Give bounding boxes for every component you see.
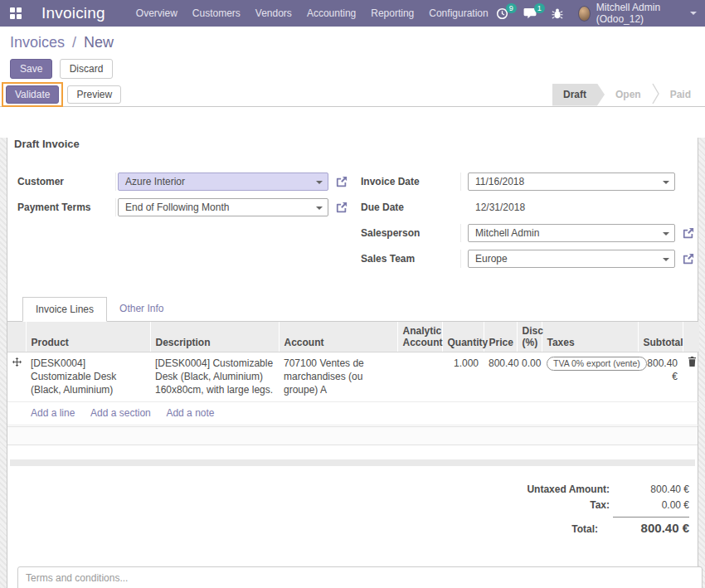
cell-quantity[interactable]: 1.000	[442, 352, 484, 402]
nav-item-customers[interactable]: Customers	[185, 0, 248, 27]
invoice-date-field-row: Invoice Date 11/16/2018	[354, 173, 698, 191]
cell-analytic-account[interactable]	[397, 352, 442, 402]
add-a-section-link[interactable]: Add a section	[90, 407, 151, 419]
nav-item-overview[interactable]: Overview	[129, 0, 185, 27]
invoice-date-input[interactable]: 11/16/2018	[468, 173, 675, 191]
breadcrumb-current: New	[84, 34, 114, 51]
add-links-row: Add a line Add a section Add a note	[7, 401, 699, 425]
message-count-badge: 1	[534, 3, 545, 13]
untaxed-amount-value: 800.40 €	[625, 484, 689, 495]
nav-item-vendors[interactable]: Vendors	[248, 0, 299, 27]
invoice-date-label: Invoice Date	[354, 176, 460, 187]
customer-field-row: Customer Azure Interior	[11, 173, 354, 191]
delete-line-trash-icon[interactable]	[683, 352, 699, 402]
total-label: Total:	[571, 523, 598, 535]
form-group-right: Invoice Date 11/16/2018 Due Date 12/31/2…	[354, 173, 698, 275]
payment-terms-value: End of Following Month	[125, 202, 229, 213]
apps-grid-icon[interactable]	[10, 7, 22, 19]
breadcrumb: Invoices / New	[10, 34, 705, 51]
nav-menus: Overview Customers Vendors Accounting Re…	[129, 0, 496, 27]
cell-product[interactable]: [DESK0004] Customizable Desk (Black, Alu…	[26, 352, 150, 402]
due-date-label: Due Date	[354, 202, 460, 213]
stage-chevron-icon	[652, 83, 659, 107]
customer-label: Customer	[11, 176, 115, 187]
sales-team-external-link-icon[interactable]	[683, 253, 694, 265]
invoice-form-sheet: Draft Invoice Customer Azure Interior	[7, 138, 698, 588]
nav-item-reporting[interactable]: Reporting	[363, 0, 421, 27]
validate-button[interactable]: Validate	[6, 85, 59, 104]
price-column-header: Price	[484, 322, 517, 352]
payment-terms-dropdown-caret-icon[interactable]	[316, 207, 323, 210]
top-navbar: Invoicing Overview Customers Vendors Acc…	[0, 0, 705, 27]
discard-button[interactable]: Discard	[60, 59, 114, 79]
description-column-header: Description	[150, 322, 279, 352]
salesperson-external-link-icon[interactable]	[683, 227, 694, 239]
account-column-header: Account	[279, 322, 397, 352]
content-background: Draft Invoice Customer Azure Interior	[0, 138, 705, 588]
nav-item-accounting[interactable]: Accounting	[299, 0, 363, 27]
terms-and-conditions-input[interactable]	[17, 566, 703, 588]
untaxed-amount-row: Untaxed Amount: 800.40 €	[527, 484, 689, 495]
cell-disc[interactable]: 0.00	[517, 352, 542, 402]
invoice-date-caret-icon[interactable]	[663, 181, 669, 184]
salesperson-value: Mitchell Admin	[475, 227, 539, 239]
sales-team-caret-icon[interactable]	[663, 258, 669, 261]
tax-tag[interactable]: TVA 0% export (vente)	[547, 357, 647, 371]
messages-chat-icon[interactable]: 1	[523, 7, 537, 19]
payment-terms-field-row: Payment Terms End of Following Month	[11, 198, 354, 216]
analytic-account-column-header: Analytic Account	[397, 322, 442, 352]
user-menu-caret-icon	[690, 12, 697, 15]
form-toolbar: Validate Preview Draft Open Paid	[0, 83, 705, 107]
sales-team-input[interactable]: Europe	[468, 250, 675, 268]
statusbar: Draft Open Paid	[552, 83, 705, 106]
preview-button[interactable]: Preview	[67, 85, 121, 104]
notebook-tabs: Invoice Lines Other Info	[7, 297, 698, 322]
row-drag-handle-icon[interactable]	[7, 352, 26, 402]
tax-row: Tax: 0.00 €	[590, 499, 689, 511]
stage-draft[interactable]: Draft	[552, 84, 605, 106]
cell-price[interactable]: 800.40	[484, 352, 517, 402]
disc-column-header: Disc (%)	[517, 322, 542, 352]
salesperson-input[interactable]: Mitchell Admin	[468, 224, 675, 242]
payment-terms-label: Payment Terms	[11, 202, 115, 213]
total-row: Total: 800.40 €	[571, 515, 689, 535]
nav-item-configuration[interactable]: Configuration	[421, 0, 495, 27]
payment-terms-input[interactable]: End of Following Month	[118, 198, 328, 216]
activity-count-badge: 9	[506, 3, 517, 13]
customer-external-link-icon[interactable]	[336, 176, 348, 187]
tab-other-info[interactable]: Other Info	[107, 297, 176, 321]
add-a-line-link[interactable]: Add a line	[31, 407, 75, 419]
due-date-field-row: Due Date 12/31/2018	[354, 198, 698, 216]
due-date-value: 12/31/2018	[468, 198, 525, 216]
user-menu[interactable]: Mitchell Admin (Odoo_12)	[578, 2, 697, 25]
sales-team-label: Sales Team	[354, 253, 460, 265]
breadcrumb-invoices-link[interactable]: Invoices	[10, 34, 65, 51]
product-column-header: Product	[26, 322, 150, 352]
debug-bug-icon[interactable]	[552, 7, 563, 19]
cell-account[interactable]: 707100 Ventes de marchandises (ou groupe…	[279, 352, 397, 402]
stage-paid[interactable]: Paid	[659, 84, 702, 106]
customer-dropdown-caret-icon[interactable]	[316, 181, 323, 184]
salesperson-field-row: Salesperson Mitchell Admin	[354, 224, 698, 242]
cell-taxes: TVA 0% export (vente)	[542, 352, 638, 402]
app-brand[interactable]: Invoicing	[41, 4, 105, 22]
stage-open[interactable]: Open	[605, 84, 652, 106]
salesperson-caret-icon[interactable]	[663, 232, 669, 236]
invoice-date-value: 11/16/2018	[475, 176, 524, 187]
validate-highlight-annotation: Validate	[2, 82, 63, 107]
cell-description[interactable]: [DESK0004] Customizable Desk (Black, Alu…	[150, 352, 279, 402]
invoice-lines-table: Product Description Account Analytic Acc…	[7, 322, 699, 425]
tax-label: Tax:	[590, 499, 610, 511]
add-a-note-link[interactable]: Add a note	[166, 407, 214, 419]
taxes-column-header: Taxes	[542, 322, 638, 352]
payment-terms-external-link-icon[interactable]	[336, 202, 348, 213]
tab-invoice-lines[interactable]: Invoice Lines	[22, 297, 107, 322]
tax-value: 0.00 €	[625, 499, 689, 511]
save-button[interactable]: Save	[10, 59, 52, 79]
sales-team-value: Europe	[475, 253, 508, 265]
user-name: Mitchell Admin (Odoo_12)	[596, 2, 684, 25]
subtotal-column-header: Subtotal	[638, 322, 683, 352]
untaxed-amount-label: Untaxed Amount:	[527, 484, 610, 495]
activities-clock-icon[interactable]: 9	[496, 7, 508, 20]
customer-input[interactable]: Azure Interior	[118, 173, 328, 191]
